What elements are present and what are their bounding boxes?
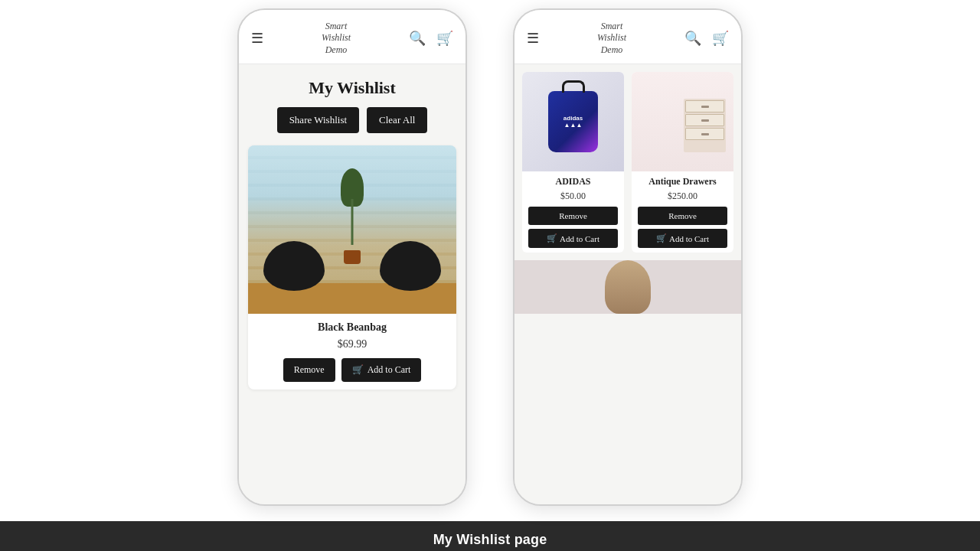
adidas-remove-button[interactable]: Remove [528, 207, 618, 225]
left-brand-name: SmartWishlistDemo [322, 21, 351, 57]
wishlist-title: My Wishlist [239, 78, 466, 98]
bag-body: adidas▲▲▲ [548, 91, 598, 152]
beanbag-product-price: $69.99 [259, 338, 446, 350]
drawers-product-name: Antique Drawers [638, 176, 727, 187]
bottom-bar-label: My Wishlist page [433, 532, 547, 547]
drawers-remove-button[interactable]: Remove [638, 207, 727, 225]
search-icon[interactable]: 🔍 [409, 31, 426, 45]
adidas-add-to-cart-button[interactable]: 🛒 Add to Cart [528, 229, 618, 248]
bottom-bar: My Wishlist page [0, 521, 980, 552]
adidas-product-actions: Remove 🛒 Add to Cart [528, 207, 618, 248]
plant-pot [344, 250, 361, 264]
drawer-handle-2 [701, 119, 709, 122]
beanbag-product-card: Black Beanbag $69.99 Remove 🛒 Add to Car… [248, 145, 456, 390]
phone-left: ☰ SmartWishlistDemo 🔍 🛒 My Wishlist Shar… [237, 8, 467, 506]
beanbag-add-to-cart-button[interactable]: 🛒 Add to Cart [341, 358, 422, 382]
adidas-image-container: adidas▲▲▲ [522, 72, 624, 171]
partial-product-container [514, 260, 741, 314]
beanbag-product-name: Black Beanbag [259, 321, 446, 334]
drawers-image-container [632, 72, 733, 171]
adidas-product-info: ADIDAS $50.00 Remove 🛒 Add to Cart [522, 171, 624, 253]
cart-icon-left: 🛒 [352, 364, 364, 376]
right-phone-header: ☰ SmartWishlistDemo 🔍 🛒 [514, 10, 741, 65]
cart-icon[interactable]: 🛒 [436, 31, 453, 45]
drawers-product-info: Antique Drawers $250.00 Remove 🛒 Add to … [632, 171, 733, 253]
drawers-product-actions: Remove 🛒 Add to Cart [638, 207, 727, 248]
adidas-product-price: $50.00 [528, 191, 618, 202]
adidas-cart-icon: 🛒 [547, 233, 557, 243]
adidas-product-card: adidas▲▲▲ ADIDAS $50.00 Remove 🛒 Add to … [522, 72, 624, 253]
left-phone-header: ☰ SmartWishlistDemo 🔍 🛒 [239, 10, 466, 65]
beanbag-add-to-cart-label: Add to Cart [368, 364, 411, 376]
drawers-product-price: $250.00 [638, 191, 727, 202]
drawers-image [632, 72, 733, 171]
phone-right: ☰ SmartWishlistDemo 🔍 🛒 adidas▲▲ [513, 8, 743, 506]
drawers-cart-icon: 🛒 [656, 233, 667, 243]
left-header-right-icons: 🔍 🛒 [409, 31, 453, 45]
adidas-bag-image: adidas▲▲▲ [522, 72, 624, 171]
adidas-product-name: ADIDAS [528, 176, 618, 187]
products-grid: adidas▲▲▲ ADIDAS $50.00 Remove 🛒 Add to … [514, 64, 741, 260]
drawer-2 [685, 114, 724, 126]
beanbag-right [380, 241, 441, 291]
beanbag-product-actions: Remove 🛒 Add to Cart [259, 358, 446, 382]
drawer-handle-3 [701, 133, 709, 135]
drawers-add-cart-label: Add to Cart [669, 234, 709, 243]
right-brand-name: SmartWishlistDemo [597, 21, 626, 57]
beanbag-left [263, 241, 325, 291]
right-search-icon[interactable]: 🔍 [684, 31, 701, 45]
beanbag-product-info: Black Beanbag $69.99 Remove 🛒 Add to Car… [248, 314, 456, 390]
drawers-product-card: Antique Drawers $250.00 Remove 🛒 Add to … [632, 72, 733, 253]
drawers-add-to-cart-button[interactable]: 🛒 Add to Cart [638, 229, 727, 248]
drawer-handle-1 [701, 106, 709, 108]
beanbag-image-container [248, 145, 456, 314]
bag-handle [562, 80, 585, 93]
right-cart-icon[interactable]: 🛒 [712, 31, 729, 45]
beanbag-remove-button[interactable]: Remove [283, 358, 335, 382]
right-header-right-icons: 🔍 🛒 [684, 31, 729, 45]
menu-icon[interactable]: ☰ [251, 31, 263, 45]
right-phone-content: adidas▲▲▲ ADIDAS $50.00 Remove 🛒 Add to … [514, 64, 741, 504]
dresser [684, 99, 726, 152]
drawer-3 [685, 128, 724, 140]
share-wishlist-button[interactable]: Share Wishlist [277, 107, 359, 133]
left-phone-content: My Wishlist Share Wishlist Clear All [239, 64, 466, 504]
drawer-1 [685, 100, 724, 112]
clear-all-button[interactable]: Clear All [367, 107, 427, 133]
action-buttons: Share Wishlist Clear All [239, 107, 466, 133]
adidas-add-cart-label: Add to Cart [560, 234, 599, 243]
adidas-logo-text: adidas▲▲▲ [564, 115, 583, 129]
main-area: ☰ SmartWishlistDemo 🔍 🛒 My Wishlist Shar… [0, 0, 980, 521]
right-menu-icon[interactable]: ☰ [527, 31, 539, 45]
plant-stem [351, 199, 354, 245]
person-silhouette [605, 260, 651, 314]
beanbag-image [248, 145, 456, 314]
